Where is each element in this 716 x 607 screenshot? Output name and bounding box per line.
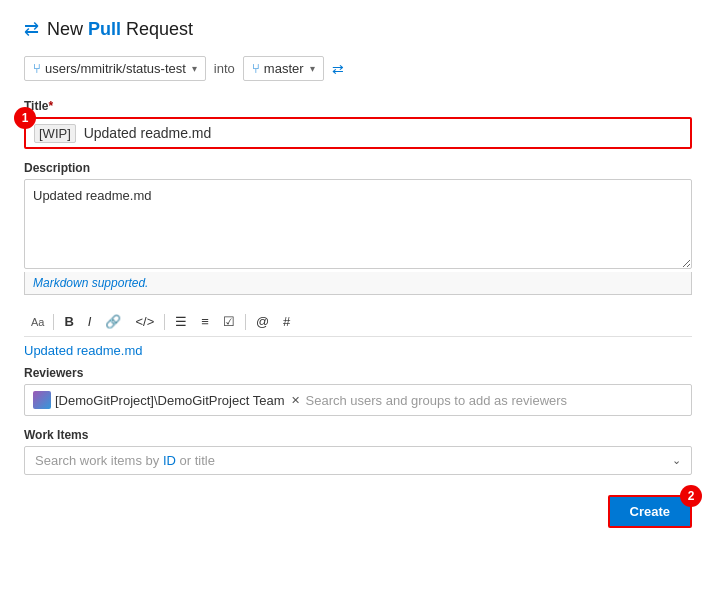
footer-row: 2 Create [24, 495, 692, 528]
create-btn-wrapper: 2 Create [608, 495, 692, 528]
work-items-field-group: Work Items Search work items by ID or ti… [24, 428, 692, 475]
description-label: Description [24, 161, 692, 175]
source-branch-chevron: ▾ [192, 63, 197, 74]
branch-source-icon: ⑂ [33, 61, 41, 76]
toolbar-mention[interactable]: @ [250, 311, 275, 332]
work-items-chevron-icon: ⌄ [672, 454, 681, 467]
work-items-placeholder: Search work items by ID or title [35, 453, 215, 468]
branch-row: ⑂ users/mmitrik/status-test ▾ into ⑂ mas… [24, 56, 692, 81]
title-text: Updated readme.md [80, 125, 212, 141]
target-branch-label: master [264, 61, 304, 76]
title-label: Title* [24, 99, 692, 113]
reviewers-search-placeholder: Search users and groups to add as review… [306, 393, 568, 408]
swap-branches-icon[interactable]: ⇄ [332, 61, 344, 77]
toolbar-code[interactable]: </> [129, 311, 160, 332]
reviewers-label: Reviewers [24, 366, 692, 380]
page-header: ⇄ New Pull Request [24, 18, 692, 40]
toolbar-italic[interactable]: I [82, 311, 98, 332]
reviewer-tag: [DemoGitProject]\DemoGitProject Team ✕ [33, 391, 300, 409]
target-branch-select[interactable]: ⑂ master ▾ [243, 56, 324, 81]
toolbar-sep-1 [53, 314, 54, 330]
wip-tag: [WIP] [34, 124, 76, 143]
work-items-field[interactable]: Search work items by ID or title ⌄ [24, 446, 692, 475]
page-title: New Pull Request [47, 19, 193, 40]
title-required-marker: * [48, 99, 53, 113]
title-field-wrapper: [WIP] Updated readme.md [24, 117, 692, 149]
source-branch-select[interactable]: ⑂ users/mmitrik/status-test ▾ [24, 56, 206, 81]
toolbar-font-size[interactable]: Aa [26, 313, 49, 331]
toolbar-link[interactable]: 🔗 [99, 311, 127, 332]
toolbar-checklist[interactable]: ☑ [217, 311, 241, 332]
title-field-outer: 1 [WIP] Updated readme.md [24, 117, 692, 149]
toolbar-sep-3 [245, 314, 246, 330]
work-items-label: Work Items [24, 428, 692, 442]
reviewers-field[interactable]: [DemoGitProject]\DemoGitProject Team ✕ S… [24, 384, 692, 416]
branch-target-icon: ⑂ [252, 61, 260, 76]
pr-icon: ⇄ [24, 18, 39, 40]
target-branch-chevron: ▾ [310, 63, 315, 74]
toolbar-bold[interactable]: B [58, 311, 79, 332]
editor-toolbar: Aa B I 🔗 </> ☰ ≡ ☑ @ # [24, 307, 692, 337]
create-button[interactable]: Create [608, 495, 692, 528]
step-badge-1: 1 [14, 107, 36, 129]
reviewer-remove-button[interactable]: ✕ [291, 394, 300, 407]
commits-label: Updated readme.md [24, 343, 692, 358]
toolbar-sep-2 [164, 314, 165, 330]
reviewer-name: [DemoGitProject]\DemoGitProject Team [55, 393, 285, 408]
step-badge-2: 2 [680, 485, 702, 507]
toolbar-numbered-list[interactable]: ≡ [195, 311, 215, 332]
reviewer-avatar [33, 391, 51, 409]
title-input[interactable]: [WIP] Updated readme.md [26, 119, 690, 147]
reviewers-field-group: Reviewers [DemoGitProject]\DemoGitProjec… [24, 366, 692, 416]
toolbar-hash[interactable]: # [277, 311, 296, 332]
title-field-group: Title* 1 [WIP] Updated readme.md [24, 99, 692, 149]
source-branch-label: users/mmitrik/status-test [45, 61, 186, 76]
markdown-note: Markdown supported. [24, 272, 692, 295]
into-label: into [214, 61, 235, 76]
description-field-group: Description Updated readme.md Markdown s… [24, 161, 692, 295]
toolbar-bullet-list[interactable]: ☰ [169, 311, 193, 332]
description-textarea[interactable]: Updated readme.md [24, 179, 692, 269]
